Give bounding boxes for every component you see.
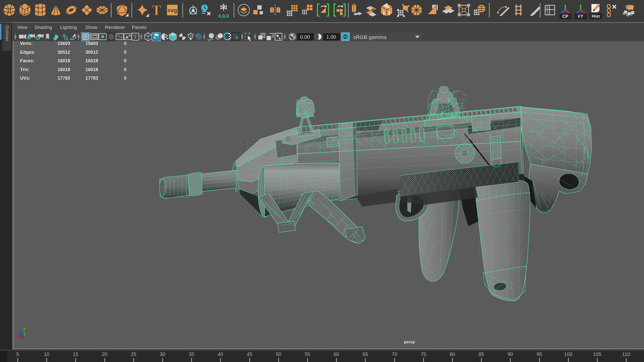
svg-text:y: y [23, 326, 26, 331]
svg-text:z: z [19, 331, 22, 336]
